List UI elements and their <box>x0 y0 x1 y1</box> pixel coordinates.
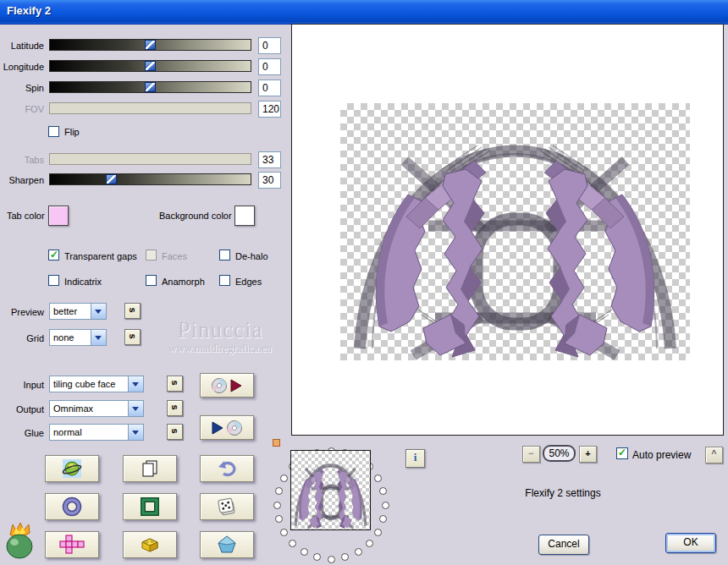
zoom-level-display: 50% <box>543 445 576 462</box>
memory-dot[interactable] <box>341 553 349 561</box>
preview-image[interactable] <box>340 103 690 360</box>
tab-color-swatch[interactable] <box>48 206 69 226</box>
grid-dropdown-value: none <box>53 332 74 343</box>
longitude-slider[interactable] <box>49 60 251 72</box>
preview-label: Preview <box>0 307 44 317</box>
input-label: Input <box>0 380 44 390</box>
chevron-down-icon[interactable] <box>128 425 143 440</box>
indicatrix-checkbox[interactable] <box>48 275 59 286</box>
output-dropdown-value: Omnimax <box>53 403 93 414</box>
grid-label: Grid <box>0 333 44 343</box>
spin-slider[interactable] <box>49 81 251 93</box>
auto-preview-checkbox[interactable] <box>616 447 628 459</box>
input-shuffle-button[interactable]: s <box>167 376 183 392</box>
chevron-down-icon[interactable] <box>128 401 143 416</box>
memory-dot[interactable] <box>289 540 296 547</box>
glue-dropdown-value: normal <box>53 427 82 437</box>
pentagon-button[interactable] <box>200 531 254 558</box>
flip-checkbox[interactable] <box>48 126 59 137</box>
memory-dot[interactable] <box>379 515 387 523</box>
dice-icon <box>216 496 238 518</box>
memory-dot[interactable] <box>275 515 283 523</box>
cube-net-button[interactable] <box>45 531 99 558</box>
memory-dot[interactable] <box>275 487 283 495</box>
memory-dot[interactable] <box>374 474 382 482</box>
square-ring-button[interactable] <box>123 493 177 520</box>
faces-checkbox <box>146 250 157 261</box>
cube-net-icon <box>59 535 85 555</box>
brick-button[interactable] <box>123 531 177 558</box>
memory-dot[interactable] <box>382 502 389 509</box>
latitude-value-field[interactable] <box>258 37 281 54</box>
fov-slider <box>49 102 251 114</box>
memory-dot[interactable] <box>280 529 288 536</box>
window-title: Flexify 2 <box>7 4 51 17</box>
ok-button[interactable]: OK <box>665 533 716 553</box>
spin-slider-thumb[interactable] <box>145 82 156 92</box>
transparent-gaps-checkbox[interactable] <box>48 250 59 261</box>
spin-value-field[interactable] <box>258 80 281 96</box>
dice-button[interactable] <box>200 493 254 520</box>
sharpen-slider-thumb[interactable] <box>106 174 117 184</box>
latitude-slider[interactable] <box>49 39 251 51</box>
sharpen-value-field[interactable] <box>258 172 281 189</box>
grid-shuffle-button[interactable]: s <box>124 329 141 345</box>
torus-button[interactable] <box>45 493 99 520</box>
memory-dot[interactable] <box>313 553 321 561</box>
disc-with-red-arrow-icon <box>210 377 244 394</box>
copy-button[interactable] <box>123 455 177 482</box>
memory-dot[interactable] <box>366 540 373 547</box>
glue-label: Glue <box>0 428 44 438</box>
longitude-value-field[interactable] <box>258 58 281 75</box>
memory-dot[interactable] <box>273 502 281 509</box>
memory-dot[interactable] <box>355 548 362 556</box>
anamorph-checkbox[interactable] <box>146 275 157 286</box>
flexify2-dialog: Flexify 2 Latitude Longitude Spin FOV Fl… <box>0 0 728 565</box>
tabs-value-field[interactable] <box>258 151 281 168</box>
memory-dot[interactable] <box>301 548 308 556</box>
latitude-label: Latitude <box>0 41 44 51</box>
background-color-swatch[interactable] <box>234 206 255 226</box>
flip-label: Flip <box>64 127 80 137</box>
longitude-slider-thumb[interactable] <box>145 61 156 71</box>
panel-resize-handle[interactable] <box>273 439 280 447</box>
save-settings-button[interactable] <box>200 373 254 398</box>
cancel-button[interactable]: Cancel <box>538 535 589 555</box>
output-shuffle-button[interactable]: s <box>167 400 183 416</box>
de-halo-checkbox[interactable] <box>219 250 230 261</box>
thumbnail-image <box>291 451 370 529</box>
info-icon: i <box>414 451 417 464</box>
undo-button[interactable] <box>200 455 254 482</box>
latitude-slider-thumb[interactable] <box>145 40 156 50</box>
memory-dot[interactable] <box>374 529 382 536</box>
memory-dot[interactable] <box>379 487 387 495</box>
chevron-down-icon[interactable] <box>91 330 106 345</box>
info-button[interactable]: i <box>405 449 425 468</box>
title-bar[interactable]: Flexify 2 <box>0 0 728 25</box>
memory-dot[interactable] <box>328 556 335 563</box>
input-dropdown-value: tiling cube face <box>53 379 115 389</box>
de-halo-label: De-halo <box>235 251 268 261</box>
chevron-down-icon[interactable] <box>128 376 143 392</box>
sharpen-slider[interactable] <box>49 173 251 185</box>
load-settings-button[interactable] <box>200 415 254 440</box>
preview-shuffle-button[interactable]: s <box>124 303 141 319</box>
memory-dot[interactable] <box>280 474 288 482</box>
grid-dropdown[interactable]: none <box>49 329 107 346</box>
settings-thumbnail[interactable] <box>290 450 371 530</box>
chevron-down-icon[interactable] <box>91 304 106 319</box>
zoom-out-button[interactable]: − <box>522 446 540 463</box>
zoom-in-button[interactable]: + <box>579 446 597 463</box>
planet-button[interactable] <box>45 455 99 482</box>
flaming-pear-logo[interactable] <box>3 521 39 560</box>
output-label: Output <box>0 404 44 414</box>
glue-shuffle-button[interactable]: s <box>167 424 183 440</box>
edges-checkbox[interactable] <box>219 275 230 286</box>
collapse-button[interactable]: ^ <box>705 447 723 464</box>
output-dropdown[interactable]: Omnimax <box>49 400 144 417</box>
watermark-name: Pinuccia <box>152 317 288 343</box>
input-dropdown[interactable]: tiling cube face <box>49 376 144 392</box>
glue-dropdown[interactable]: normal <box>49 424 144 441</box>
preview-dropdown[interactable]: better <box>49 303 107 320</box>
fov-value-field[interactable] <box>258 101 281 118</box>
